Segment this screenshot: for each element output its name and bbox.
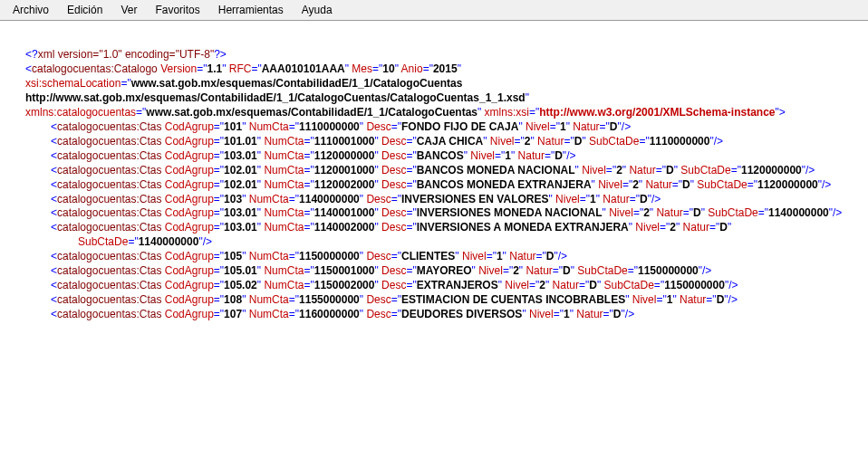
menubar: Archivo Edición Ver Favoritos Herramient… — [0, 0, 868, 21]
ctas-element: <catalogocuentas:Ctas CodAgrup="101.01" … — [25, 135, 861, 149]
collapse-toggle[interactable]: - — [37, 62, 41, 77]
xml-declaration: <?xml version="1.0" encoding="UTF-8"?> — [25, 48, 861, 62]
ctas-element: <catalogocuentas:Ctas CodAgrup="105.02" … — [25, 279, 861, 293]
ctas-element: <catalogocuentas:Ctas CodAgrup="101" Num… — [25, 120, 861, 135]
ctas-element: <catalogocuentas:Ctas CodAgrup="105.01" … — [25, 264, 861, 279]
ctas-element: <catalogocuentas:Ctas CodAgrup="102.01" … — [25, 164, 861, 178]
ctas-element: <catalogocuentas:Ctas CodAgrup="103.01" … — [25, 206, 861, 221]
xml-viewport: <?xml version="1.0" encoding="UTF-8"?>-<… — [0, 21, 868, 458]
ctas-element: <catalogocuentas:Ctas CodAgrup="103.01" … — [25, 149, 861, 164]
root-element: <catalogocuentas:Catalogo Version="1.1" … — [25, 62, 861, 120]
ctas-element: <catalogocuentas:Ctas CodAgrup="107" Num… — [25, 308, 861, 322]
menu-favoritos[interactable]: Favoritos — [146, 2, 208, 18]
ctas-element: <catalogocuentas:Ctas CodAgrup="102.01" … — [25, 178, 861, 193]
menu-archivo[interactable]: Archivo — [4, 2, 58, 18]
menu-ver[interactable]: Ver — [111, 2, 146, 18]
ctas-element: <catalogocuentas:Ctas CodAgrup="103" Num… — [25, 193, 861, 207]
menu-edicion[interactable]: Edición — [58, 2, 111, 18]
ctas-element: <catalogocuentas:Ctas CodAgrup="103.01" … — [25, 221, 861, 250]
ctas-element: <catalogocuentas:Ctas CodAgrup="105" Num… — [25, 250, 861, 264]
menu-herramientas[interactable]: Herramientas — [209, 2, 293, 18]
menu-ayuda[interactable]: Ayuda — [293, 2, 342, 18]
xml-content[interactable]: <?xml version="1.0" encoding="UTF-8"?>-<… — [0, 21, 868, 458]
ctas-element: <catalogocuentas:Ctas CodAgrup="108" Num… — [25, 293, 861, 308]
